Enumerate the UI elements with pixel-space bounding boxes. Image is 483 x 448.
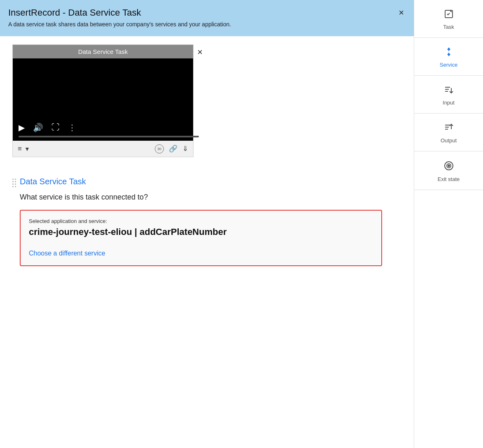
body-section: Data Service Task What service is this t… — [12, 177, 401, 266]
sidebar-item-output[interactable]: Output — [414, 114, 483, 151]
video-toolbar: ≡ ▼ 30 🔗 ⇓ — [13, 141, 193, 157]
main-content: InsertRecord - Data Service Task A data … — [0, 0, 414, 448]
service-selection-box: Selected application and service: crime-… — [20, 210, 382, 266]
toolbar-left: ≡ ▼ — [18, 145, 30, 153]
exit-state-icon — [443, 160, 454, 174]
sidebar-label-input: Input — [443, 100, 455, 106]
play-icon[interactable]: ▶ — [19, 123, 25, 132]
video-progress-bar[interactable] — [19, 136, 199, 137]
video-controls: ▶ 🔊 ⛶ ⋮ — [13, 119, 193, 136]
sidebar-item-input[interactable]: Input — [414, 76, 483, 114]
header-title: InsertRecord - Data Service Task — [8, 7, 397, 18]
sidebar-label-service: Service — [440, 62, 457, 68]
service-label: Selected application and service: — [29, 218, 373, 224]
header-text: InsertRecord - Data Service Task A data … — [8, 7, 397, 29]
svg-point-13 — [448, 165, 450, 167]
sidebar-label-exit-state: Exit state — [438, 176, 460, 182]
link-icon[interactable]: 🔗 — [169, 144, 177, 153]
video-panel: Data Service Task ▶ 🔊 ⛶ ⋮ ≡ ▼ — [12, 44, 194, 157]
section-question: What service is this task connected to? — [20, 193, 401, 202]
service-icon — [444, 47, 454, 59]
volume-icon[interactable]: 🔊 — [33, 123, 43, 132]
section-title: Data Service Task — [20, 177, 401, 186]
sidebar-item-service[interactable]: Service — [414, 38, 483, 76]
service-value: crime-journey-test-eliou | addCarPlateNu… — [29, 227, 373, 237]
task-icon — [444, 9, 454, 21]
close-video-button[interactable]: × — [196, 48, 204, 57]
more-icon[interactable]: ⋮ — [68, 123, 76, 132]
body-area: Data Service Task ▶ 🔊 ⛶ ⋮ ≡ ▼ — [0, 36, 414, 448]
header-banner: InsertRecord - Data Service Task A data … — [0, 0, 414, 36]
video-player: ▶ 🔊 ⛶ ⋮ — [13, 58, 193, 141]
skip30-icon[interactable]: 30 — [155, 144, 164, 153]
close-header-button[interactable]: × — [397, 8, 406, 17]
sidebar-item-task[interactable]: Task — [414, 0, 483, 38]
fullscreen-icon[interactable]: ⛶ — [51, 123, 60, 132]
header-subtitle: A data service task shares data between … — [8, 21, 264, 29]
sidebar-item-exit-state[interactable]: Exit state — [414, 151, 483, 190]
video-title: Data Service Task — [13, 45, 193, 58]
output-icon — [444, 123, 454, 135]
sidebar-label-output: Output — [441, 137, 457, 144]
sidebar: Task Service Input — [414, 0, 483, 448]
input-icon — [444, 85, 454, 97]
toolbar-right: 30 🔗 ⇓ — [155, 144, 188, 153]
chevron-down-icon[interactable]: ▼ — [24, 146, 30, 152]
choose-different-service-button[interactable]: Choose a different service — [29, 250, 105, 257]
list-icon[interactable]: ≡ — [18, 145, 22, 153]
download-icon[interactable]: ⇓ — [182, 144, 188, 153]
sidebar-label-task: Task — [443, 24, 454, 30]
